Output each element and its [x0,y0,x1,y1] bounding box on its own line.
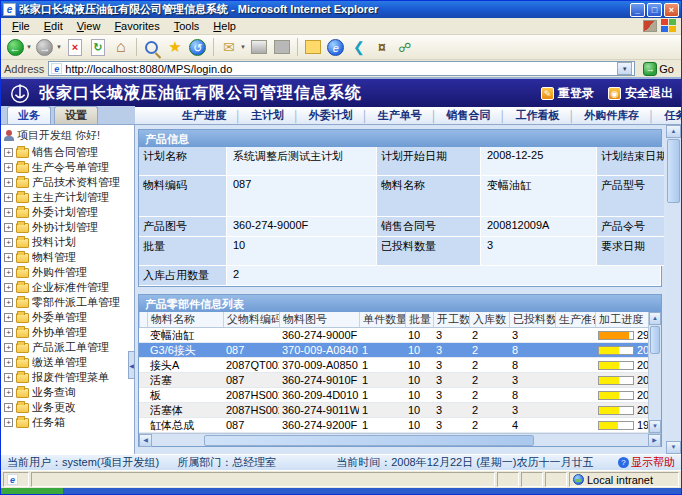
sidebar-item-销售合同管理[interactable]: +销售合同管理 [3,145,134,160]
sidebar-item-生产令号单管理[interactable]: +生产令号单管理 [3,160,134,175]
column-header-批量[interactable]: 批量 [405,312,433,327]
page-scroll-up-icon[interactable]: ▲ [666,125,681,138]
sidebar-item-零部件派工单管理[interactable]: +零部件派工单管理 [3,295,134,310]
expand-icon[interactable]: + [4,343,13,352]
toolbar-button-edit[interactable] [272,37,292,57]
column-header-开工数[interactable]: 开工数 [433,312,469,327]
web-icon[interactable]: e [327,39,344,56]
nav-item-工作看板[interactable]: 工作看板 [506,108,568,123]
nav-item-外购件库存[interactable]: 外购件库存 [575,108,648,123]
toolbar-button-search[interactable] [142,37,162,57]
expand-icon[interactable]: + [4,208,13,217]
toolbar-button-mail[interactable]: ✉ [219,37,239,57]
menu-edit[interactable]: Edit [37,19,70,33]
expand-icon[interactable]: + [4,373,13,382]
table-row[interactable]: G3/6接头087370-009-A084011032820 % [139,343,648,358]
expand-icon[interactable]: + [4,328,13,337]
logout-button[interactable]: ◉ 安全退出 [608,85,673,102]
column-header-生产准备[interactable]: 生产准备 [555,312,595,327]
refresh-icon[interactable]: ↻ [91,39,105,56]
menu-view[interactable]: View [70,19,108,33]
search-icon[interactable] [145,41,158,54]
table-row[interactable]: 接头A2087QT002370-009-A085011032820 % [139,358,648,373]
scroll-down-icon[interactable]: ▼ [649,420,661,433]
mail-icon[interactable]: ✉ [223,39,235,55]
toolbar-button-print[interactable] [249,37,269,57]
sidebar-item-报废件管理菜单[interactable]: +报废件管理菜单 [3,370,134,385]
address-dropdown-icon[interactable]: ▼ [617,62,632,75]
expand-icon[interactable]: + [4,178,13,187]
sidebar-item-物料管理[interactable]: +物料管理 [3,250,134,265]
sidebar-item-外委单管理[interactable]: +外委单管理 [3,310,134,325]
toolbar-button-notes[interactable] [303,37,323,57]
parts-table-vscrollbar[interactable]: ▲ ▼ [648,312,661,433]
dropdown-caret-icon[interactable]: ▼ [26,44,32,50]
relogin-button[interactable]: ✎ 重登录 [541,85,594,102]
sidebar-item-业务更改[interactable]: +业务更改 [3,400,134,415]
column-header-加工进度[interactable]: 加工进度 [595,312,648,327]
show-help-link[interactable]: ? 显示帮助 [618,455,675,470]
toolbar-button-favorites[interactable]: ★ [165,37,185,57]
history-icon[interactable]: ↺ [189,39,206,56]
column-header-已投料数[interactable]: 已投料数 [509,312,555,327]
browser-extension-icon[interactable] [643,20,657,32]
address-field[interactable]: e http://localhost:8080/MPS/login.do ▼ [48,61,635,76]
nav-item-销售合同[interactable]: 销售合同 [438,108,500,123]
nav-item-主计划[interactable]: 主计划 [242,108,293,123]
sidebar-item-产品技术资料管理[interactable]: +产品技术资料管理 [3,175,134,190]
edit-icon[interactable] [274,40,290,54]
expand-icon[interactable]: + [4,193,13,202]
column-header-父物料编码[interactable]: 父物料编码 [223,312,279,327]
page-scroll-thumb[interactable] [667,139,680,203]
menu-help[interactable]: Help [206,19,243,33]
sidebar-item-外协计划管理[interactable]: +外协计划管理 [3,220,134,235]
page-scroll-down-icon[interactable]: ▼ [666,441,681,454]
menu-file[interactable]: File [5,19,37,33]
expand-icon[interactable]: + [4,148,13,157]
toolbar-button-web[interactable]: e [326,37,346,57]
table-row[interactable]: 变幅油缸360-274-9000F1032329 % [139,328,648,343]
sidebar-item-业务查询[interactable]: +业务查询 [3,385,134,400]
column-header-入库数[interactable]: 入库数 [469,312,509,327]
table-row[interactable]: 活塞087360-274-9010F11032320 % [139,373,648,388]
expand-icon[interactable]: + [4,223,13,232]
minimize-button[interactable]: _ [630,3,645,17]
expand-icon[interactable]: + [4,388,13,397]
scroll-up-icon[interactable]: ▲ [649,312,661,325]
toolbar-button-stop[interactable]: × [65,37,85,57]
expand-icon[interactable]: + [4,238,13,247]
expand-icon[interactable]: + [4,253,13,262]
expand-icon[interactable]: + [4,268,13,277]
close-button[interactable]: × [664,3,679,17]
address-input[interactable]: http://localhost:8080/MPS/login.do [65,63,614,75]
column-header-物料名称[interactable]: 物料名称 [147,312,223,327]
back-icon[interactable]: ← [7,39,24,56]
menu-tools[interactable]: Tools [167,19,207,33]
toolbar-button-back[interactable]: ← [5,37,25,57]
favorites-icon[interactable]: ★ [168,38,181,56]
sidebar-item-缴送单管理[interactable]: +缴送单管理 [3,355,134,370]
stop-icon[interactable]: × [68,39,82,56]
sidebar-item-外购件管理[interactable]: +外购件管理 [3,265,134,280]
sidebar-item-企业标准件管理[interactable]: +企业标准件管理 [3,280,134,295]
expand-icon[interactable]: + [4,358,13,367]
go-button[interactable]: → Go [639,61,678,77]
tab-设置[interactable]: 设置 [54,106,98,124]
scroll-left-icon[interactable]: ◀ [139,434,152,447]
column-header-物料图号[interactable]: 物料图号 [279,312,359,327]
sidebar-collapse-handle[interactable]: ◀ [128,351,135,379]
toolbar-button-messenger[interactable]: ☍ [395,37,415,57]
sidebar-item-产品派工单管理[interactable]: +产品派工单管理 [3,340,134,355]
nav-item-生产单号[interactable]: 生产单号 [369,108,431,123]
toolbar-button-history[interactable]: ↺ [188,37,208,57]
maximize-button[interactable]: □ [647,3,662,17]
column-header-单件数量[interactable]: 单件数量 [359,312,405,327]
nav-item-生产进度[interactable]: 生产进度 [173,108,235,123]
table-row[interactable]: 活塞体2087HS002360-274-9011W11032320 % [139,403,648,418]
toolbar-button-research[interactable]: ¤ [372,37,392,57]
toolbar-button-media[interactable]: ❮ [349,37,369,57]
table-row[interactable]: 板2087HS002360-209-4D01011032820 % [139,388,648,403]
print-icon[interactable] [251,40,267,54]
toolbar-button-forward[interactable]: → [35,37,55,57]
expand-icon[interactable]: + [4,313,13,322]
